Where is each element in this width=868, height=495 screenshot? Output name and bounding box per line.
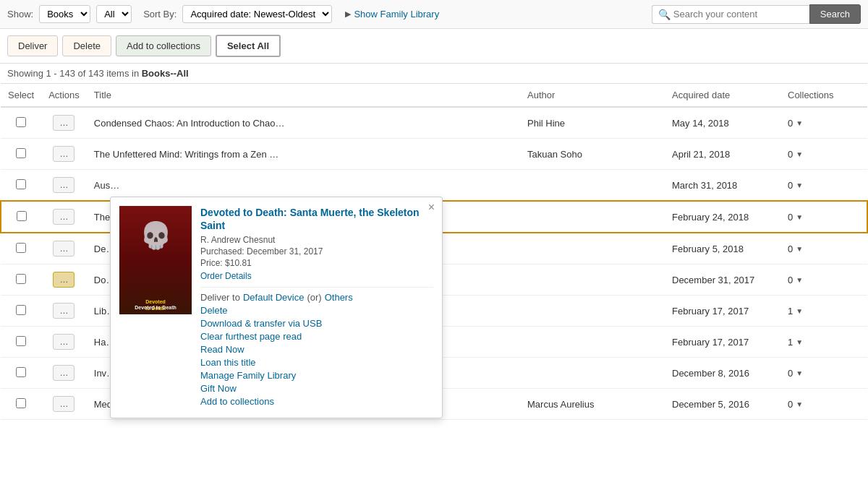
row-acquired-date: February 17, 2017 <box>665 296 780 327</box>
row-checkbox[interactable] <box>16 305 26 315</box>
deliver-button[interactable]: Deliver <box>7 35 58 56</box>
popup-purchased: Purchased: December 31, 2017 <box>200 246 433 257</box>
add-to-collections-link[interactable]: Add to collections <box>200 396 433 407</box>
popup-close-button[interactable]: × <box>428 202 435 213</box>
row-acquired-date: December 8, 2016 <box>665 358 780 389</box>
select-all-button[interactable]: Select All <box>216 35 281 57</box>
row-checkbox-cell <box>1 389 41 420</box>
purchased-date: December 31, 2017 <box>247 246 323 257</box>
chevron-down-icon: ▼ <box>796 150 803 158</box>
row-actions-button[interactable]: … <box>53 303 75 319</box>
chevron-down-icon: ▼ <box>796 181 803 189</box>
read-now-link[interactable]: Read Now <box>200 344 433 355</box>
row-acquired-date: April 21, 2018 <box>665 139 780 170</box>
row-checkbox[interactable] <box>16 336 26 346</box>
row-collections: 0 ▼ <box>780 107 867 139</box>
manage-family-link[interactable]: Manage Family Library <box>200 370 433 381</box>
action-bar: Deliver Delete Add to collections Select… <box>0 29 868 64</box>
chevron-down-icon: ▼ <box>796 369 803 377</box>
row-title: Condensed Chaos: An Introduction to Chao… <box>87 107 520 139</box>
filter-select[interactable]: All <box>96 5 132 23</box>
row-checkbox-cell <box>1 170 41 202</box>
col-acquired-header: Acquired date <box>665 84 780 108</box>
row-collections: 0 ▼ <box>780 264 867 296</box>
row-author <box>520 296 665 327</box>
row-acquired-date: March 31, 2018 <box>665 170 780 202</box>
sort-select[interactable]: Acquired date: Newest-Oldest <box>182 5 332 23</box>
purchased-label: Purchased: <box>200 246 244 257</box>
show-select[interactable]: Books <box>39 5 90 23</box>
row-actions-button[interactable]: … <box>53 241 75 257</box>
row-checkbox[interactable] <box>16 274 26 284</box>
popup-deliver-row: Deliver to Default Device (or) Others <box>200 292 433 303</box>
popup-divider <box>200 287 433 288</box>
row-collections: 0 ▼ <box>780 139 867 170</box>
row-checkbox[interactable] <box>16 243 26 253</box>
row-author: Takuan Soho <box>520 139 665 170</box>
row-checkbox[interactable] <box>16 398 26 408</box>
row-actions-button[interactable]: … <box>53 209 75 225</box>
chevron-down-icon: ▼ <box>796 213 803 221</box>
row-author <box>520 264 665 296</box>
row-author: Marcus Aurelius <box>520 389 665 420</box>
search-button[interactable]: Search <box>809 4 861 24</box>
row-actions-cell: … <box>41 233 87 264</box>
row-actions-button[interactable]: … <box>53 177 75 193</box>
table-header-row: Select Actions Title Author Acquired dat… <box>1 84 867 108</box>
delete-link[interactable]: Delete <box>200 305 433 316</box>
chevron-down-icon: ▼ <box>796 245 803 253</box>
add-to-collections-button[interactable]: Add to collections <box>116 35 211 56</box>
family-library-link[interactable]: ▶ Show Family Library <box>345 9 439 20</box>
deliver-to-label: Deliver to <box>200 292 240 303</box>
row-checkbox[interactable] <box>17 211 27 221</box>
loan-link[interactable]: Loan this title <box>200 357 433 368</box>
row-checkbox[interactable] <box>16 148 26 158</box>
row-collections: 1 ▼ <box>780 327 867 358</box>
row-actions-cell: … <box>41 201 87 233</box>
row-actions-button[interactable]: … <box>53 365 75 381</box>
row-actions-button[interactable]: … <box>53 115 75 131</box>
book-popup: × Devotedto Death Devoted to Death: Sant… <box>110 197 443 418</box>
delete-button[interactable]: Delete <box>62 35 111 56</box>
price-label: Price: <box>200 258 223 268</box>
download-link[interactable]: Download & transfer via USB <box>200 318 433 329</box>
row-actions-button[interactable]: … <box>53 272 75 288</box>
row-checkbox-cell <box>1 233 41 264</box>
chevron-down-icon: ▼ <box>796 307 803 315</box>
row-checkbox[interactable] <box>16 117 26 127</box>
arrow-right-icon: ▶ <box>345 9 351 19</box>
chevron-down-icon: ▼ <box>796 276 803 284</box>
row-actions-button[interactable]: … <box>53 334 75 350</box>
row-author: Phil Hine <box>520 107 665 139</box>
chevron-down-icon: ▼ <box>796 338 803 346</box>
price-value: $10.81 <box>225 258 252 268</box>
row-checkbox[interactable] <box>16 367 26 377</box>
row-collections: 0 ▼ <box>780 358 867 389</box>
row-actions-button[interactable]: … <box>53 146 75 162</box>
others-link[interactable]: Others <box>325 292 353 303</box>
row-checkbox[interactable] <box>16 179 26 189</box>
row-collections: 1 ▼ <box>780 296 867 327</box>
default-device-link[interactable]: Default Device <box>243 292 305 303</box>
row-author <box>520 233 665 264</box>
row-acquired-date: February 24, 2018 <box>665 201 780 233</box>
popup-title: Devoted to Death: Santa Muerte, the Skel… <box>200 206 433 232</box>
search-box: 🔍 <box>652 5 809 24</box>
sort-label: Sort By: <box>143 9 176 20</box>
col-author-header: Author <box>520 84 665 108</box>
family-library-label: Show Family Library <box>354 9 439 20</box>
clear-furthest-link[interactable]: Clear furthest page read <box>200 331 433 342</box>
row-collections: 0 ▼ <box>780 170 867 202</box>
row-acquired-date: February 17, 2017 <box>665 327 780 358</box>
row-actions-button[interactable]: … <box>53 396 75 412</box>
row-checkbox-cell <box>1 139 41 170</box>
table-row: … The Unfettered Mind: Writings from a Z… <box>1 139 867 170</box>
search-input[interactable] <box>673 9 804 20</box>
showing-info: Showing 1 - 143 of 143 items in Books--A… <box>0 64 868 83</box>
order-details-link[interactable]: Order Details <box>200 271 433 281</box>
showing-bold: Books--All <box>142 68 189 79</box>
row-title: The Unfettered Mind: Writings from a Zen… <box>87 139 520 170</box>
row-acquired-date: May 14, 2018 <box>665 107 780 139</box>
gift-link[interactable]: Gift Now <box>200 383 433 394</box>
search-icon: 🔍 <box>658 9 671 20</box>
